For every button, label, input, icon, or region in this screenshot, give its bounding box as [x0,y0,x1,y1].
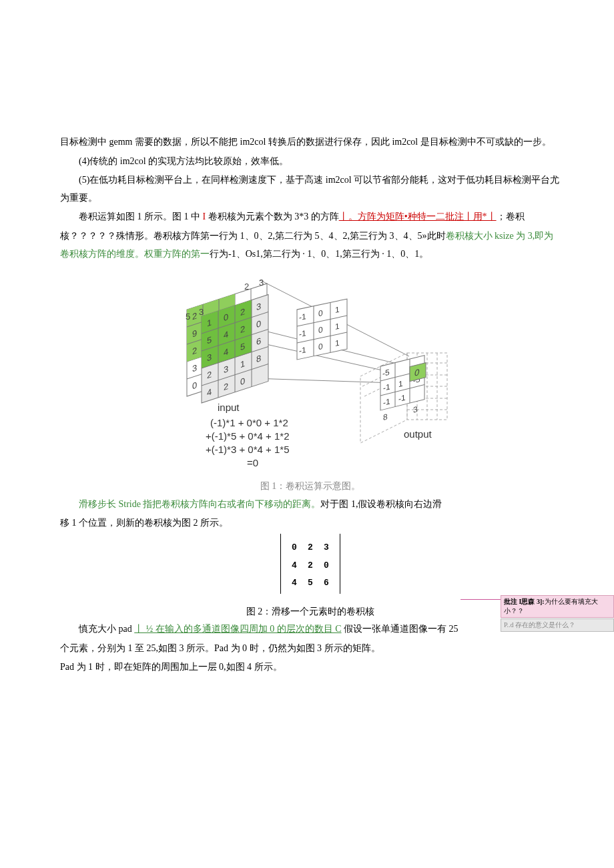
svg-text:-1: -1 [383,382,390,394]
input-label: input [218,402,240,413]
svg-text:6: 6 [256,336,261,347]
svg-text:2: 2 [207,370,212,381]
svg-text:2: 2 [240,306,245,318]
svg-text:-1: -1 [383,397,390,408]
svg-text:-1: -1 [398,393,406,404]
p4-text-c: 卷积核为元素个数为 3*3 的方阵 [206,211,339,222]
svg-text:1: 1 [335,305,340,315]
p7-green: 滑移步长 Stride 指把卷积核方阵向右或者向下移动的距离。 [79,499,320,509]
svg-text:-1: -1 [299,328,306,339]
inb-3: 2 [192,346,197,357]
p4-text-e: ；卷积 [497,211,525,222]
paragraph-9: 慎充大小 pad 丨 ½ 在输入的多通道图像四周加 0 的层次的数目 C 假设一… [60,620,561,638]
paragraph-5: 核？？？？？殊情形。卷积核方阵第一行为 1、0、2,第二行为 5、4、2,第三行… [60,228,561,263]
svg-text:-1: -1 [299,312,306,322]
svg-text:5: 5 [186,312,190,322]
review-comment[interactable]: 批注 I思森 3]:为什么要有填充大小？？ P..d 存在的意义是什么？ [501,595,614,632]
svg-text:8: 8 [383,412,388,423]
figure-2: 023 420 456 图 2：滑移一个元素时的卷积核 [60,534,561,620]
figure-1-caption: 图 1：卷积运算示意图。 [60,478,561,496]
inb-7: 0 [192,380,197,392]
svg-text:0: 0 [224,312,228,323]
svg-text:3: 3 [259,278,264,288]
p9-a: 慎充大小 pad [79,624,134,634]
figure-2-caption: 图 2：滑移一个元素时的卷积核 [60,603,561,621]
svg-text:-5: -5 [382,368,390,379]
inb-2: 9 [192,328,197,340]
svg-text:0: 0 [318,325,323,335]
paragraph-4: 卷积运算如图 1 所示。图 1 中 I 卷积核为元素个数为 3*3 的方阵丨。方… [60,208,561,226]
svg-text:3: 3 [199,307,204,317]
svg-text:1: 1 [335,322,340,332]
svg-text:-1: -1 [299,345,306,356]
output-label: output [404,428,432,440]
svg-text:1: 1 [207,318,212,329]
inb-6: 3 [192,363,197,374]
svg-text:0: 0 [256,318,261,330]
paragraph-7: 滑移步长 Stride 指把卷积核方阵向右或者向下移动的距离。对于图 1,假设卷… [60,496,561,514]
svg-text:0: 0 [240,376,245,387]
figure-2-table: 023 420 456 [286,539,334,592]
paragraph-1: 目标检测中 gemm 需要的数据，所以不能把 im2col 转换后的数据进行保存… [60,133,561,151]
math-4: =0 [247,457,258,468]
svg-text:0: 0 [318,308,323,318]
paragraph-2: (4)传统的 im2col 的实现方法均比较原始，效率低。 [60,153,561,171]
svg-text:4: 4 [224,329,229,340]
p9-c: 假设一张单通道图像一有 25 [342,624,458,634]
paragraph-3: (5)在低功耗目标检测平台上，在同样检测速度下，基于高速 im2col 可以节省… [60,171,561,207]
svg-text:2: 2 [224,381,228,392]
math-2: +(-1)*5 + 0*4 + 1*2 [206,430,290,442]
math-3: +(-1)*3 + 0*4 + 1*5 [206,444,290,455]
paragraph-8: 移 1 个位置，则新的卷积核为图 2 所示。 [60,514,561,532]
svg-text:2: 2 [244,282,249,292]
paragraph-10: 个元素，分别为 1 至 25,如图 3 所示。Pad 为 0 时，仍然为如图 3… [60,640,561,658]
convolution-diagram: 2 9 2 3 0 4 [160,270,460,476]
p9-under: 丨 ½ 在输入的多通道图像四周加 0 的层次的数目 C [134,624,341,634]
p7-rest: 对于图 1,假设卷积核向右边滑 [320,499,442,509]
svg-text:0: 0 [318,342,323,352]
p4-underline: 丨。方阵为矩阵•种特一二批注丨用*丨 [339,211,497,222]
svg-text:3: 3 [224,364,228,375]
p5-text-c: 行为-1、Os1,第二行为 · 1、0、1,第三行为 · 1、0、1。 [210,249,428,259]
comment-primary[interactable]: 批注 I思森 3]:为什么要有填充大小？？ [501,595,614,618]
svg-text:5: 5 [240,341,245,352]
svg-text:8: 8 [256,353,261,364]
svg-text:2: 2 [240,324,245,335]
p4-text-a: 卷积运算如图 1 所示。图 1 中 [79,211,203,222]
figure-1: 2 9 2 3 0 4 [60,270,561,496]
svg-text:0: 0 [414,367,420,378]
svg-text:3: 3 [413,404,418,415]
svg-text:3: 3 [207,352,212,364]
svg-text:3: 3 [256,301,261,312]
comment-author: 批注 I思森 3]: [504,598,545,605]
p5-text-a: 核？？？？？殊情形。卷积核方阵第一行为 1、0、2,第二行为 5、4、2,第三行… [60,231,446,241]
comment-connector [460,599,501,600]
inb-1: 2 [192,311,197,322]
svg-text:1: 1 [398,379,403,390]
math-1: (-1)*1 + 0*0 + 1*2 [210,417,288,428]
svg-text:1: 1 [240,358,245,370]
comment-secondary[interactable]: P..d 存在的意义是什么？ [501,618,614,632]
svg-text:4: 4 [207,386,212,398]
svg-text:5: 5 [207,335,212,346]
svg-text:4: 4 [224,346,229,358]
paragraph-11: Pad 为 1 时，即在矩阵的周围加上一层 0,如图 4 所示。 [60,659,561,677]
svg-text:1: 1 [335,338,340,348]
